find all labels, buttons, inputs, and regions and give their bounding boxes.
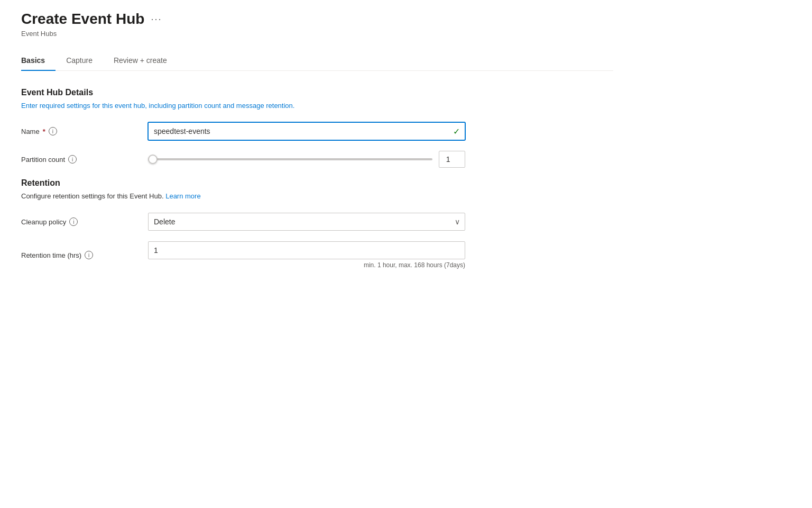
retention-description: Configure retention settings for this Ev… bbox=[21, 192, 613, 200]
tab-capture[interactable]: Capture bbox=[66, 51, 103, 71]
cleanup-policy-form-group: Cleanup policy i Delete Compact Compact … bbox=[21, 213, 613, 231]
event-hub-details-description: Enter required settings for this event h… bbox=[21, 102, 613, 110]
retention-time-label: Retention time (hrs) i bbox=[21, 251, 148, 259]
name-info-icon[interactable]: i bbox=[49, 127, 57, 135]
retention-time-input-group: min. 1 hour, max. 168 hours (7days) bbox=[148, 241, 465, 269]
partition-count-info-icon[interactable]: i bbox=[68, 155, 77, 164]
tab-basics[interactable]: Basics bbox=[21, 51, 56, 71]
retention-time-form-group: Retention time (hrs) i min. 1 hour, max.… bbox=[21, 241, 613, 269]
cleanup-policy-info-icon[interactable]: i bbox=[69, 217, 78, 226]
name-input-container: ✓ bbox=[148, 122, 465, 140]
name-form-group: Name * i ✓ bbox=[21, 122, 613, 140]
more-options-icon[interactable]: ··· bbox=[151, 14, 162, 25]
tabs-container: Basics Capture Review + create bbox=[21, 50, 613, 71]
name-label: Name * i bbox=[21, 127, 148, 135]
page-header: Create Event Hub ··· Event Hubs bbox=[21, 11, 613, 38]
breadcrumb: Event Hubs bbox=[21, 30, 613, 38]
name-input[interactable] bbox=[148, 122, 465, 140]
required-star: * bbox=[43, 128, 45, 135]
retention-time-info-icon[interactable]: i bbox=[85, 251, 93, 259]
cleanup-policy-label: Cleanup policy i bbox=[21, 217, 148, 226]
partition-count-label: Partition count i bbox=[21, 155, 148, 164]
name-check-icon: ✓ bbox=[453, 126, 460, 137]
partition-count-slider[interactable] bbox=[148, 158, 432, 160]
page-title: Create Event Hub bbox=[21, 11, 144, 28]
retention-section: Retention Configure retention settings f… bbox=[21, 178, 613, 269]
cleanup-policy-select[interactable]: Delete Compact Compact and Delete bbox=[148, 213, 465, 231]
learn-more-link[interactable]: Learn more bbox=[165, 192, 200, 200]
tab-review-create[interactable]: Review + create bbox=[114, 51, 178, 71]
retention-title: Retention bbox=[21, 178, 613, 188]
partition-count-slider-container bbox=[148, 151, 465, 168]
cleanup-policy-select-wrapper: Delete Compact Compact and Delete bbox=[148, 213, 465, 231]
retention-time-input[interactable] bbox=[148, 241, 465, 259]
event-hub-details-title: Event Hub Details bbox=[21, 88, 613, 97]
partition-count-value-input[interactable] bbox=[439, 151, 465, 168]
retention-time-hint: min. 1 hour, max. 168 hours (7days) bbox=[148, 261, 465, 269]
partition-count-form-group: Partition count i bbox=[21, 151, 613, 168]
event-hub-details-section: Event Hub Details Enter required setting… bbox=[21, 88, 613, 168]
